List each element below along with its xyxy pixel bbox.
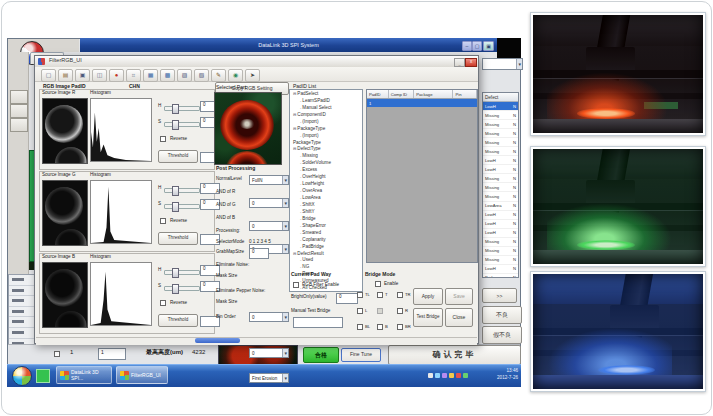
tree-item[interactable]: -Coplanarity	[290, 236, 362, 243]
defect-row[interactable]: LowHN	[483, 165, 518, 174]
image-icon[interactable]: ▩	[160, 69, 175, 82]
more-button[interactable]: >>	[482, 288, 517, 303]
grab-map-size-input[interactable]: 0	[249, 248, 269, 259]
print-icon[interactable]: ◫	[92, 69, 107, 82]
s-slider[interactable]	[164, 204, 200, 209]
defect-row[interactable]: MissingN	[483, 138, 518, 147]
slider-thumb[interactable]	[172, 186, 179, 196]
defect-row[interactable]: MissingN	[483, 147, 518, 156]
and-of-g-combo[interactable]: 0	[249, 221, 289, 231]
tree-item[interactable]: -ShiftY	[290, 208, 362, 215]
padid-col-header[interactable]: Pin	[453, 90, 477, 98]
slider-thumb[interactable]	[172, 104, 179, 114]
defect-row[interactable]: LowHN	[483, 229, 518, 238]
h-slider[interactable]	[164, 106, 200, 111]
bridge-checkbox-tl[interactable]	[357, 292, 363, 298]
tree-expander-icon[interactable]: ⊟	[293, 91, 296, 96]
tree-item[interactable]: PackageType	[290, 139, 362, 146]
tree-expander-icon[interactable]: ⊟	[293, 146, 296, 151]
pointer-icon[interactable]: ➤	[245, 69, 260, 82]
slider-thumb[interactable]	[172, 268, 179, 278]
normal-level-combo[interactable]: FullN	[249, 175, 289, 185]
palette-icon[interactable]: ◉	[228, 69, 243, 82]
minimize-button[interactable]: –	[462, 41, 472, 51]
mask-size-2-combo[interactable]: 0	[249, 348, 289, 358]
false-defect-button[interactable]: 假不良	[482, 326, 522, 344]
defect-row[interactable]: LowHN	[483, 156, 518, 165]
close-button[interactable]: ▣	[483, 41, 494, 51]
bright-only-input[interactable]: 0	[336, 293, 358, 304]
tree-item[interactable]: ⊟ComponentID	[290, 111, 362, 118]
tree-item[interactable]: -LowArea	[290, 194, 362, 201]
measure-icon[interactable]: ⌗	[126, 69, 141, 82]
tree-item[interactable]: ⊟DefectType	[290, 146, 362, 153]
bridge-checkbox-b[interactable]	[377, 324, 383, 330]
record-icon[interactable]: ●	[109, 69, 124, 82]
mask-size-1-combo[interactable]: 0	[249, 312, 289, 322]
s-slider[interactable]	[164, 286, 200, 291]
tree-item[interactable]: -Used	[290, 257, 362, 264]
padid-table[interactable]: PadIDComp IDPackagePin 1	[366, 89, 478, 263]
defect-row[interactable]: MissingN	[483, 192, 518, 201]
grid-icon[interactable]: ▦	[143, 69, 158, 82]
tree-item[interactable]: -ShapeError	[290, 222, 362, 229]
maximize-button[interactable]: ▢	[472, 41, 482, 51]
tree-expander-icon[interactable]: ⊟	[293, 112, 296, 117]
tray-icon[interactable]	[428, 373, 433, 378]
defect-list[interactable]: Defect LowHNMissingNMissingNMissingNMiss…	[482, 92, 519, 278]
tree-item[interactable]: -ShiftX	[290, 201, 362, 208]
and-of-r-combo[interactable]: 0	[249, 198, 289, 208]
defect-row[interactable]: LowAreaN	[483, 202, 518, 211]
tree-expander-icon[interactable]: ⊟	[293, 251, 296, 256]
reverse-checkbox[interactable]	[160, 218, 166, 224]
tree-item[interactable]: ⊟DefectResult	[290, 250, 362, 257]
defect-row[interactable]: MissingN	[483, 120, 518, 129]
padid-col-header[interactable]: Comp ID	[389, 90, 415, 98]
tray-icon[interactable]	[456, 373, 461, 378]
defect-row[interactable]: MissingN	[483, 174, 518, 183]
test-bridge-button[interactable]: Test Bridge	[413, 308, 443, 327]
tray-icon[interactable]	[435, 373, 440, 378]
layout-icon[interactable]: ▧	[194, 69, 209, 82]
reverse-checkbox[interactable]	[160, 300, 166, 306]
dialog-minimize-button[interactable]: _	[454, 58, 465, 67]
scrollbar-thumb[interactable]	[195, 338, 240, 343]
tree-item[interactable]: -OverArea	[290, 187, 362, 194]
reverse-checkbox[interactable]	[160, 136, 166, 142]
edit-icon[interactable]: ✎	[211, 69, 226, 82]
tree-item[interactable]: -SolderVolume	[290, 159, 362, 166]
tree-item[interactable]: -OverHeight	[290, 173, 362, 180]
defect-row[interactable]: LowHN	[483, 265, 518, 274]
tree-item[interactable]: -NG	[290, 263, 362, 270]
manual-test-bridge-input[interactable]	[293, 317, 343, 328]
start-button[interactable]	[12, 366, 32, 386]
tree-item[interactable]: -Excess	[290, 166, 362, 173]
bin-order-combo[interactable]: First Erosion	[249, 373, 289, 383]
apply-button[interactable]: Apply	[413, 288, 443, 305]
defect-list-header[interactable]: Defect	[483, 93, 518, 102]
defect-row[interactable]: LowHN	[483, 211, 518, 220]
slider-thumb[interactable]	[172, 284, 179, 294]
tree-item[interactable]: ⊟PackageType	[290, 125, 362, 132]
tree-item[interactable]: -Bridge	[290, 215, 362, 222]
taskbar-app-datalink[interactable]: DataLink 3D SPI...	[56, 366, 112, 384]
tree-item[interactable]: -PadBridge	[290, 243, 362, 250]
tree-item[interactable]: -LearnSPadID	[290, 97, 362, 104]
tree-item[interactable]: -(Import)	[290, 118, 362, 125]
tree-item[interactable]: -Missing	[290, 152, 362, 159]
threshold-button[interactable]: Threshold	[158, 150, 198, 163]
padid-col-header[interactable]: Package	[414, 90, 453, 98]
bottom-checkbox[interactable]	[54, 351, 60, 357]
tray-icon[interactable]	[442, 373, 447, 378]
pass-button[interactable]: 合格	[303, 347, 339, 363]
rail-button-1[interactable]	[10, 90, 28, 104]
new-icon[interactable]: ▢	[41, 69, 56, 82]
defect-row[interactable]: MissingN	[483, 247, 518, 256]
dialog-close-action-button[interactable]: Close	[445, 308, 473, 327]
tray-icon[interactable]	[449, 373, 454, 378]
slider-thumb[interactable]	[172, 202, 179, 212]
bridge-checkbox-r[interactable]	[397, 308, 403, 314]
tree-item[interactable]: -LowHeight	[290, 180, 362, 187]
defect-row[interactable]: MissingN	[483, 111, 518, 120]
tree-item[interactable]: ⊟PadSelect	[290, 90, 362, 97]
